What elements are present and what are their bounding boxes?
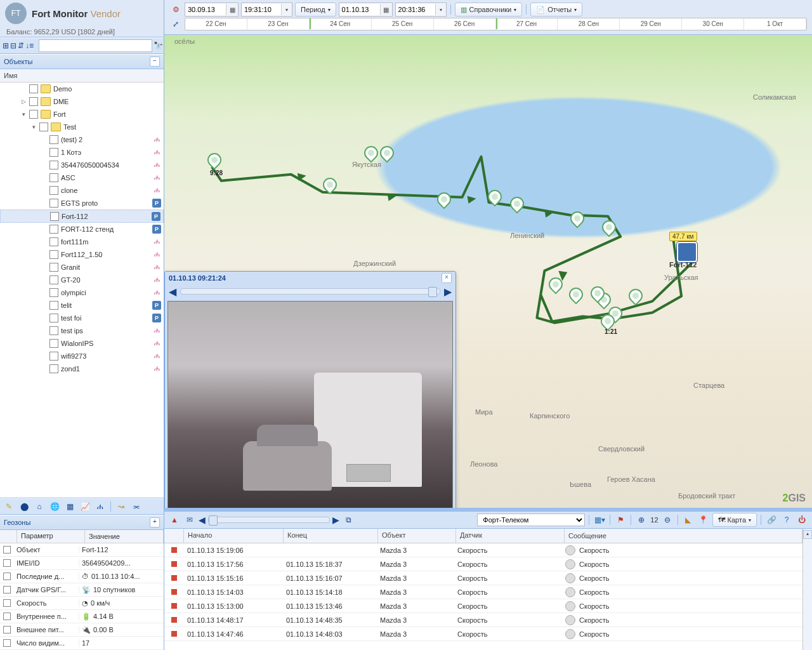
events-scrollbar[interactable]: ▴ bbox=[802, 529, 812, 650]
dict-button[interactable]: ▥Справочники▾ bbox=[455, 3, 523, 17]
house-icon[interactable]: ⌂ bbox=[33, 500, 46, 513]
route-icon[interactable]: ↝ bbox=[115, 500, 128, 513]
close-icon[interactable]: × bbox=[442, 273, 452, 283]
tree-item[interactable]: 1 Котэሐ bbox=[0, 146, 164, 159]
scroll-up-icon[interactable]: ▴ bbox=[803, 530, 812, 539]
dropdown-icon[interactable]: ▾ bbox=[281, 4, 292, 15]
bell-icon[interactable]: ▲ bbox=[168, 514, 181, 526]
tree-item[interactable]: ▾Test bbox=[0, 121, 164, 133]
ruler-icon[interactable]: ◣ bbox=[682, 514, 695, 526]
events-col-header[interactable]: Датчик bbox=[456, 529, 565, 543]
photo-window[interactable]: 01.10.13 09:21:24 × ◀ ▶ bbox=[164, 271, 456, 508]
timeline-day[interactable]: 30 Сен bbox=[682, 18, 744, 30]
map[interactable]: осёлыДзержинскийЛенинскийСвердловскийПес… bbox=[164, 35, 812, 508]
tree-item[interactable]: telitP bbox=[0, 299, 164, 312]
polyline-icon[interactable]: ⫘ bbox=[130, 500, 143, 513]
timeline-day[interactable]: 29 Сен bbox=[620, 18, 682, 30]
timeline-day[interactable]: 26 Сен bbox=[434, 18, 496, 30]
reports-button[interactable]: 📄Отчеты▾ bbox=[530, 3, 582, 17]
tree-expand-icon[interactable]: ⊞ bbox=[3, 39, 9, 52]
collapse-icon[interactable]: − bbox=[150, 56, 160, 67]
events-col-header[interactable]: Начало bbox=[184, 529, 284, 543]
tree-item[interactable]: fort111mሐ bbox=[0, 235, 164, 248]
events-col-header[interactable]: Конец bbox=[284, 529, 378, 543]
filter-select[interactable]: Форт-Телеком bbox=[477, 514, 585, 526]
objects-tree[interactable]: Demo▷DME▾Fort▾Test(test) 2ሐ1 Котэሐ354476… bbox=[0, 83, 164, 498]
timeline-day[interactable]: 1 Окт bbox=[744, 18, 806, 30]
events-table[interactable]: 01.10.13 15:19:06Mazda 3СкоростьСкорость… bbox=[164, 543, 802, 650]
tree-item[interactable]: 354476050004534ሐ bbox=[0, 159, 164, 171]
tree-item[interactable]: ▷DME bbox=[0, 95, 164, 108]
event-slider[interactable] bbox=[208, 517, 330, 523]
tree-item[interactable]: Demo bbox=[0, 83, 164, 95]
timeline-day[interactable]: 24 Сен bbox=[310, 18, 372, 30]
hierarchy-icon[interactable]: ⇵ bbox=[18, 39, 24, 52]
seek-end-icon[interactable]: ▶ bbox=[332, 515, 339, 525]
layers-icon[interactable]: ▦ bbox=[63, 500, 76, 513]
chart-icon[interactable]: 📈 bbox=[79, 500, 91, 513]
timeline-day[interactable]: 23 Сен bbox=[247, 18, 310, 30]
event-row[interactable]: 01.10.13 15:17:5601.10.13 15:18:37Mazda … bbox=[164, 557, 802, 571]
time-from[interactable]: ▾ bbox=[241, 3, 292, 17]
calendar-icon[interactable]: ▦ bbox=[380, 4, 392, 15]
copy-icon[interactable]: ⧉ bbox=[342, 514, 355, 526]
point-icon[interactable]: ⬤ bbox=[18, 500, 30, 513]
tree-item[interactable]: WialonIPSሐ bbox=[0, 337, 164, 350]
tree-item[interactable]: (test) 2ሐ bbox=[0, 133, 164, 146]
time-to[interactable]: ▾ bbox=[395, 3, 447, 17]
tree-item[interactable]: cloneሐ bbox=[0, 184, 164, 197]
mail-icon[interactable]: ✉ bbox=[183, 514, 196, 526]
grid-icon[interactable]: ▦▾ bbox=[593, 514, 606, 526]
event-row[interactable]: 01.10.13 15:14:0301.10.13 15:14:18Mazda … bbox=[164, 585, 802, 599]
calendar-icon[interactable]: ▦ bbox=[226, 4, 238, 15]
globe-icon[interactable]: 🌐 bbox=[48, 500, 61, 513]
event-row[interactable]: 01.10.13 14:47:4601.10.13 14:48:03Mazda … bbox=[164, 627, 802, 641]
events-col-header[interactable]: Объект bbox=[378, 529, 456, 543]
help-icon[interactable]: ? bbox=[780, 514, 793, 526]
tree-item[interactable]: wifi9273ሐ bbox=[0, 350, 164, 362]
power-icon[interactable]: ⏻ bbox=[796, 514, 808, 526]
tree-collapse-icon[interactable]: ⊟ bbox=[10, 39, 16, 52]
timeline-day[interactable]: 28 Сен bbox=[558, 18, 620, 30]
date-from[interactable]: ▦ bbox=[185, 3, 239, 17]
tree-item[interactable]: Fort-112P bbox=[0, 209, 164, 223]
geozones-panel-header[interactable]: Геозоны + bbox=[0, 515, 164, 530]
photo-slider[interactable] bbox=[180, 288, 440, 295]
date-to[interactable]: ▦ bbox=[339, 3, 393, 17]
objects-panel-header[interactable]: Объекты − bbox=[0, 54, 164, 69]
zoom-out-icon[interactable]: ⊖ bbox=[661, 514, 674, 526]
map-layer-button[interactable]: 🗺Карта▾ bbox=[712, 513, 757, 527]
sort-icon[interactable]: ↓≡ bbox=[25, 39, 34, 52]
timeline-day[interactable]: 22 Сен bbox=[185, 18, 247, 30]
tree-item[interactable]: Granitሐ bbox=[0, 261, 164, 274]
tree-item[interactable]: ASCሐ bbox=[0, 171, 164, 184]
tree-item[interactable]: test ipsሐ bbox=[0, 324, 164, 337]
object-search-input[interactable] bbox=[39, 39, 152, 52]
link-icon[interactable]: 🔗 bbox=[765, 514, 778, 526]
event-row[interactable]: 01.10.13 15:15:1601.10.13 15:16:07Mazda … bbox=[164, 571, 802, 585]
edit-icon[interactable]: ✎ bbox=[3, 500, 15, 513]
tree-item[interactable]: GT-20ሐ bbox=[0, 274, 164, 286]
events-col-header[interactable]: Сообщение bbox=[565, 529, 802, 543]
antenna-icon[interactable]: ሐ bbox=[94, 500, 107, 513]
tree-item[interactable]: ▾Fort bbox=[0, 108, 164, 121]
tree-item[interactable]: olympiciሐ bbox=[0, 286, 164, 299]
events-col-header[interactable] bbox=[164, 529, 184, 543]
timeline-day[interactable]: 27 Сен bbox=[496, 18, 558, 30]
tree-item[interactable]: EGTS protoP bbox=[0, 197, 164, 209]
tree-item[interactable]: FORT-112 стендP bbox=[0, 223, 164, 235]
tree-item[interactable]: Fort112_1.50ሐ bbox=[0, 248, 164, 261]
timeline-day[interactable]: 25 Сен bbox=[372, 18, 434, 30]
event-row[interactable]: 01.10.13 15:19:06Mazda 3СкоростьСкорость bbox=[164, 543, 802, 557]
tree-item[interactable]: zond1ሐ bbox=[0, 362, 164, 375]
event-row[interactable]: 01.10.13 14:48:1701.10.13 14:48:35Mazda … bbox=[164, 613, 802, 627]
prev-icon[interactable]: ◀ bbox=[169, 286, 176, 298]
date-timeline[interactable]: 22 Сен23 Сен24 Сен25 Сен26 Сен27 Сен28 С… bbox=[185, 18, 807, 30]
add-icon[interactable]: + bbox=[150, 517, 160, 527]
flag-icon[interactable]: ⚑ bbox=[614, 514, 627, 526]
search-icon[interactable]: 🔭 bbox=[154, 39, 163, 52]
device-marker[interactable] bbox=[677, 242, 697, 262]
config-icon[interactable]: ⚙ bbox=[169, 3, 182, 16]
period-button[interactable]: Период▾ bbox=[295, 3, 336, 17]
pin-icon[interactable]: 📍 bbox=[697, 514, 710, 526]
